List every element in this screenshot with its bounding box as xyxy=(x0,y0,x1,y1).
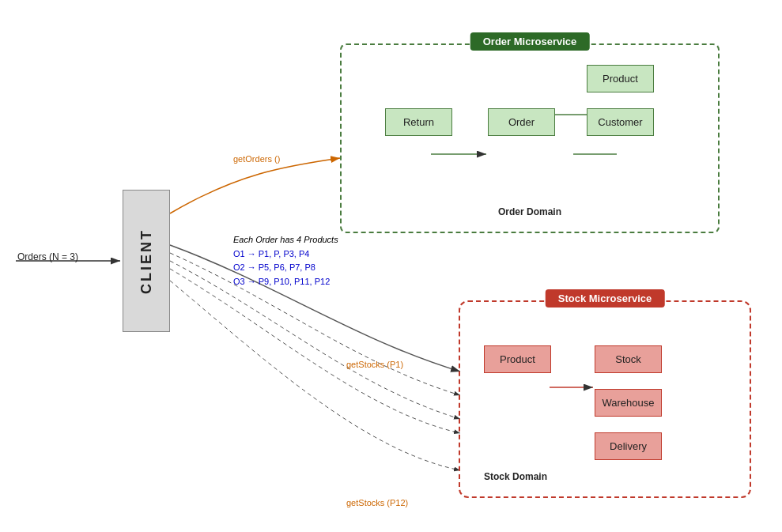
order-customer-node: Customer xyxy=(587,108,654,136)
client-label: CLIENT xyxy=(138,228,155,294)
order-domain-label: Order Domain xyxy=(498,206,561,217)
order-ms-title: Order Microservice xyxy=(470,32,590,51)
get-stocks-p12-label: getStocks (P12) xyxy=(346,498,408,507)
stock-warehouse-node: Warehouse xyxy=(595,389,662,417)
order-order-node: Order xyxy=(488,108,555,136)
stock-domain-label: Stock Domain xyxy=(484,471,547,482)
orders-label: Orders (N = 3) xyxy=(17,251,78,262)
get-stocks-p1-label: getStocks (P1) xyxy=(346,360,403,369)
annotation-line3: O3 → P9, P10, P11, P12 xyxy=(233,275,338,289)
order-product-node: Product xyxy=(587,65,654,92)
stock-delivery-node: Delivery xyxy=(595,432,662,460)
stock-ms-title: Stock Microservice xyxy=(546,289,665,308)
order-microservice-box: Order Microservice Product Return Order … xyxy=(340,43,720,233)
order-return-node: Return xyxy=(385,108,452,136)
get-orders-label: getOrders () xyxy=(233,154,280,164)
annotation-line2: O2 → P5, P6, P7, P8 xyxy=(233,261,338,275)
stock-stock-node: Stock xyxy=(595,345,662,373)
annotation-italic: Each Order has 4 Products xyxy=(233,233,338,247)
stock-microservice-box: Stock Microservice Product Stock Warehou… xyxy=(459,300,751,498)
annotation-block: Each Order has 4 Products O1 → P1, P, P3… xyxy=(233,233,338,289)
diagram: CLIENT Orders (N = 3) getOrders () Each … xyxy=(0,0,782,532)
stock-product-node: Product xyxy=(484,345,551,373)
client-box: CLIENT xyxy=(123,190,170,332)
annotation-line1: O1 → P1, P, P3, P4 xyxy=(233,247,338,262)
